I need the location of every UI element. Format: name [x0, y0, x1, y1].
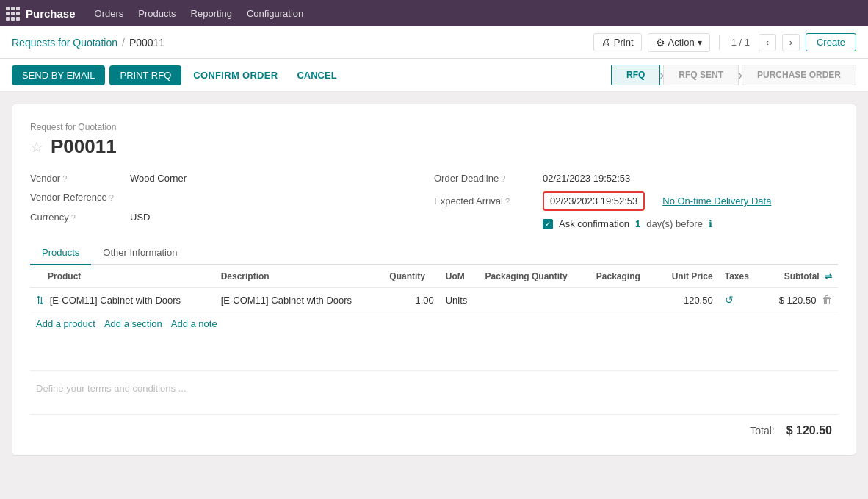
currency-field-row: Currency ? USD: [30, 212, 434, 223]
print-button[interactable]: 🖨 Print: [593, 33, 642, 51]
vendor-ref-help-icon[interactable]: ?: [109, 193, 114, 202]
pagination-info: 1 / 1: [731, 37, 750, 48]
cell-packaging-qty: [480, 288, 590, 312]
vendor-help-icon[interactable]: ?: [62, 174, 67, 183]
nav-orders[interactable]: Orders: [87, 4, 131, 24]
product-name[interactable]: [E-COM11] Cabinet with Doors: [50, 295, 181, 306]
record-id: P00011: [51, 135, 117, 158]
ask-confirmation-checkbox[interactable]: ✓: [543, 219, 553, 229]
column-settings-icon[interactable]: ⇌: [825, 271, 832, 281]
cell-product: ⇅ [E-COM11] Cabinet with Doors: [30, 288, 215, 312]
col-uom: UoM: [440, 265, 480, 288]
main-content: Request for Quotation ☆ P00011 Vendor ? …: [0, 92, 868, 467]
cell-uom[interactable]: Units: [440, 288, 480, 312]
add-note-link[interactable]: Add a note: [171, 318, 217, 329]
currency-help-icon[interactable]: ?: [71, 213, 76, 222]
favorite-star-icon[interactable]: ☆: [30, 138, 43, 156]
terms-placeholder: Define your terms and conditions ...: [36, 383, 187, 394]
col-quantity: Quantity: [383, 265, 439, 288]
add-section-link[interactable]: Add a section: [104, 318, 162, 329]
breadcrumb-bar: Requests for Quotation / P00011 🖨 Print …: [0, 26, 868, 59]
form-fields: Vendor ? Wood Corner Vendor Reference ? …: [30, 173, 838, 229]
ask-confirmation-days[interactable]: 1: [635, 218, 640, 229]
nav-products[interactable]: Products: [131, 4, 183, 24]
cancel-button[interactable]: CANCEL: [289, 65, 344, 85]
add-links-row: Add a product Add a section Add a note: [30, 312, 838, 335]
order-deadline-label: Order Deadline ?: [434, 173, 537, 184]
col-description: Description: [215, 265, 384, 288]
total-row: Total: $ 120.50: [30, 414, 838, 437]
tab-other-info[interactable]: Other Information: [91, 241, 189, 265]
vendor-value[interactable]: Wood Corner: [130, 173, 187, 184]
cell-subtotal: $ 120.50 🗑: [762, 288, 838, 312]
terms-area[interactable]: Define your terms and conditions ...: [30, 370, 838, 406]
send-email-button[interactable]: SEND BY EMAIL: [12, 65, 105, 85]
action-buttons: SEND BY EMAIL PRINT RFQ CONFIRM ORDER CA…: [12, 65, 344, 85]
products-table: Product Description Quantity UoM Packagi…: [30, 265, 838, 312]
days-before-info-icon[interactable]: ℹ: [709, 218, 712, 229]
empty-space: [30, 335, 838, 365]
vendor-field-row: Vendor ? Wood Corner: [30, 173, 434, 184]
vendor-label: Vendor ?: [30, 173, 126, 184]
col-unit-price: Unit Price: [657, 265, 719, 288]
vendor-ref-label: Vendor Reference ?: [30, 192, 126, 203]
breadcrumb-current: P00011: [129, 37, 164, 49]
total-value: $ 120.50: [786, 424, 832, 437]
vendor-ref-input[interactable]: [130, 191, 258, 204]
col-subtotal: Subtotal ⇌: [762, 265, 838, 288]
nav-configuration[interactable]: Configuration: [239, 4, 311, 24]
cell-unit-price[interactable]: 120.50: [657, 288, 719, 312]
delete-row-icon[interactable]: 🗑: [822, 294, 832, 306]
currency-label: Currency ?: [30, 212, 126, 223]
reset-price-icon[interactable]: ↺: [725, 294, 734, 306]
order-deadline-help-icon[interactable]: ?: [501, 174, 505, 183]
cell-quantity[interactable]: 1.00: [383, 288, 439, 312]
print-rfq-button[interactable]: PRINT RFQ: [109, 65, 181, 85]
create-button[interactable]: Create: [806, 33, 856, 51]
no-delivery-link[interactable]: No On-time Delivery Data: [662, 195, 771, 207]
form-left-col: Vendor ? Wood Corner Vendor Reference ? …: [30, 173, 434, 229]
confirm-order-button[interactable]: CONFIRM ORDER: [186, 65, 285, 85]
total-label: Total:: [750, 425, 774, 437]
tabs-row: Products Other Information: [30, 241, 838, 265]
prev-page-button[interactable]: ‹: [759, 34, 776, 51]
tab-products[interactable]: Products: [30, 241, 91, 265]
breadcrumb: Requests for Quotation / P00011: [12, 37, 164, 49]
top-navigation: Purchase Orders Products Reporting Confi…: [0, 0, 868, 26]
expected-arrival-help-icon[interactable]: ?: [505, 197, 510, 206]
days-before-label: day(s) before: [646, 218, 703, 229]
ask-confirmation-row: ✓ Ask confirmation 1 day(s) before ℹ: [434, 218, 838, 229]
action-bar: SEND BY EMAIL PRINT RFQ CONFIRM ORDER CA…: [0, 59, 868, 92]
row-drag-handle[interactable]: ⇅: [36, 295, 44, 306]
app-grid-icon[interactable]: [6, 7, 20, 21]
breadcrumb-separator: /: [122, 37, 125, 49]
expected-arrival-value[interactable]: 02/23/2023 19:52:53: [550, 195, 637, 207]
status-rfq: RFQ: [611, 65, 660, 85]
currency-value[interactable]: USD: [130, 212, 150, 223]
add-product-link[interactable]: Add a product: [36, 318, 95, 329]
order-deadline-row: Order Deadline ? 02/21/2023 19:52:53: [434, 173, 838, 184]
record-type-label: Request for Quotation: [30, 122, 838, 132]
form-card: Request for Quotation ☆ P00011 Vendor ? …: [12, 104, 856, 456]
col-taxes: Taxes: [719, 265, 762, 288]
action-label: Action: [668, 37, 695, 48]
next-page-button[interactable]: ›: [782, 34, 800, 51]
nav-reporting[interactable]: Reporting: [184, 4, 239, 24]
action-button[interactable]: ⚙ Action ▾: [648, 33, 710, 52]
cell-description[interactable]: [E-COM11] Cabinet with Doors: [215, 288, 384, 312]
toolbar-separator: [719, 35, 720, 50]
ask-confirmation-label: Ask confirmation: [559, 218, 629, 229]
order-deadline-value[interactable]: 02/21/2023 19:52:53: [543, 173, 630, 184]
col-product: Product: [30, 265, 215, 288]
breadcrumb-parent[interactable]: Requests for Quotation: [12, 37, 117, 49]
cell-taxes: ↺: [719, 288, 762, 312]
printer-icon: 🖨: [601, 37, 611, 48]
app-brand: Purchase: [26, 7, 76, 20]
vendor-ref-field-row: Vendor Reference ?: [30, 191, 434, 204]
expected-arrival-row: Expected Arrival ? 02/23/2023 19:52:53 N…: [434, 191, 838, 211]
record-title-row: ☆ P00011: [30, 135, 838, 158]
cell-packaging: [590, 288, 657, 312]
status-purchase-order: PURCHASE ORDER: [742, 65, 856, 85]
col-packaging: Packaging: [590, 265, 657, 288]
col-packaging-qty: Packaging Quantity: [480, 265, 590, 288]
